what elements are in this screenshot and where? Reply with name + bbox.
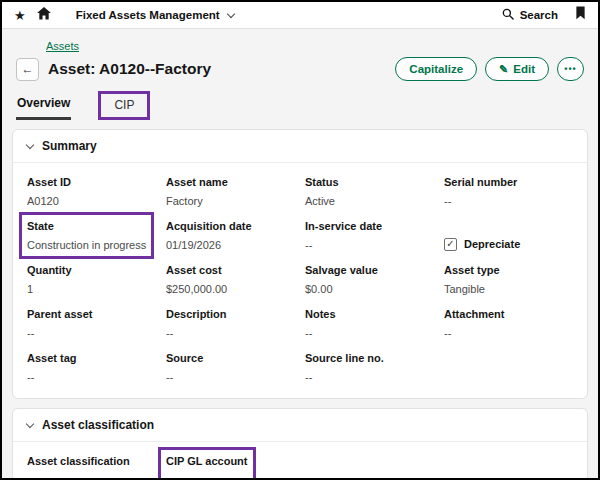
collapse-chevron-icon bbox=[26, 419, 34, 427]
field-salvage-value: Salvage value $0.00 bbox=[305, 264, 434, 295]
summary-card-header[interactable]: Summary bbox=[13, 130, 587, 163]
classification-title: Asset classification bbox=[42, 418, 154, 432]
field-asset-type: Asset type Tangible bbox=[444, 264, 573, 295]
field-quantity: Quantity 1 bbox=[27, 264, 156, 295]
page-header: Assets ← Asset: A0120--Factory Capitaliz… bbox=[2, 29, 598, 88]
summary-grid: Asset ID A0120 Asset name Factory Status… bbox=[13, 163, 587, 398]
field-asset-cost: Asset cost $250,000.00 bbox=[166, 264, 295, 295]
edit-label: Edit bbox=[513, 63, 535, 75]
bookmarks-button[interactable] bbox=[575, 6, 586, 24]
field-description: Description -- bbox=[166, 308, 295, 339]
field-state: State Construction in progress bbox=[27, 220, 146, 251]
field-acquisition-date: Acquisition date 01/19/2026 bbox=[166, 220, 295, 251]
tab-cip[interactable]: CIP bbox=[101, 94, 147, 117]
breadcrumb[interactable]: Assets bbox=[46, 40, 79, 52]
page-title: Asset: A0120--Factory bbox=[48, 60, 211, 78]
field-empty bbox=[444, 352, 573, 383]
topbar: ★ Fixed Assets Management Search bbox=[2, 2, 598, 29]
header-actions: Capitalize ✎ Edit ••• bbox=[395, 57, 584, 81]
classification-grid: Asset classification BU--Buildings CIP G… bbox=[13, 442, 587, 478]
home-button[interactable] bbox=[37, 6, 51, 24]
field-status: Status Active bbox=[305, 176, 434, 207]
search-label: Search bbox=[520, 9, 558, 21]
search-button[interactable]: Search bbox=[502, 6, 558, 24]
tab-bar: Overview CIP bbox=[2, 88, 598, 120]
app-name: Fixed Assets Management bbox=[76, 9, 220, 21]
check-icon: ✓ bbox=[446, 239, 454, 249]
field-in-service-date: In-service date -- bbox=[305, 220, 434, 251]
back-button[interactable]: ← bbox=[16, 58, 39, 81]
field-source-line-no: Source line no. -- bbox=[305, 352, 434, 383]
summary-card: Summary Asset ID A0120 Asset name Factor… bbox=[12, 129, 588, 399]
more-button[interactable]: ••• bbox=[557, 57, 584, 81]
content-area: Summary Asset ID A0120 Asset name Factor… bbox=[2, 120, 598, 478]
field-asset-tag: Asset tag -- bbox=[27, 352, 156, 383]
depreciate-checkbox[interactable]: ✓ bbox=[444, 238, 457, 251]
field-parent-asset: Parent asset -- bbox=[27, 308, 156, 339]
capitalize-button[interactable]: Capitalize bbox=[395, 57, 477, 81]
title-row: ← Asset: A0120--Factory Capitalize ✎ Edi… bbox=[16, 57, 584, 81]
edit-icon: ✎ bbox=[499, 63, 508, 76]
field-source: Source -- bbox=[166, 352, 295, 383]
search-icon bbox=[502, 6, 514, 24]
classification-card: Asset classification Asset classificatio… bbox=[12, 408, 588, 478]
back-icon: ← bbox=[22, 62, 34, 76]
field-cip-gl-account: CIP GL account 1502--Buildings bbox=[166, 455, 248, 478]
field-notes: Notes -- bbox=[305, 308, 434, 339]
field-asset-classification: Asset classification BU--Buildings bbox=[27, 455, 156, 478]
home-icon bbox=[37, 6, 51, 24]
bookmark-icon bbox=[575, 6, 586, 24]
edit-button[interactable]: ✎ Edit bbox=[485, 57, 549, 81]
app-window: ★ Fixed Assets Management Search Assets bbox=[0, 0, 600, 480]
summary-title: Summary bbox=[42, 139, 97, 153]
chevron-down-icon bbox=[226, 9, 234, 17]
field-asset-id: Asset ID A0120 bbox=[27, 176, 156, 207]
field-asset-name: Asset name Factory bbox=[166, 176, 295, 207]
classification-card-header[interactable]: Asset classification bbox=[13, 409, 587, 442]
favorites-button[interactable]: ★ bbox=[14, 9, 26, 22]
collapse-chevron-icon bbox=[26, 140, 34, 148]
star-icon: ★ bbox=[14, 9, 26, 22]
app-switcher[interactable]: Fixed Assets Management bbox=[76, 9, 234, 21]
more-icon: ••• bbox=[564, 64, 576, 74]
tab-overview[interactable]: Overview bbox=[16, 90, 71, 120]
field-serial-number: Serial number -- bbox=[444, 176, 573, 207]
field-attachment: Attachment -- bbox=[444, 308, 573, 339]
field-depreciate: ✓ Depreciate bbox=[444, 237, 573, 251]
